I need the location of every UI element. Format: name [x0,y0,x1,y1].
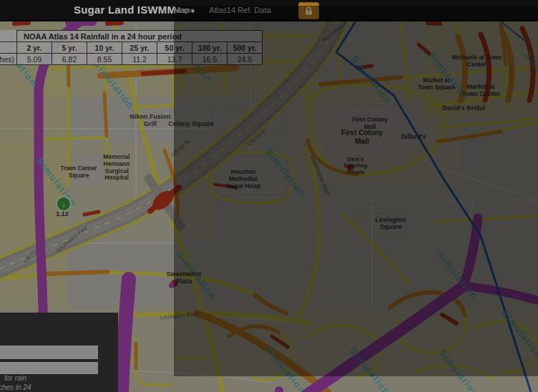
nav-item-home[interactable]: Home [174,6,195,14]
rainfall-value: 11.2 [122,54,157,65]
rainfall-col-header: 50 yr. [157,42,192,54]
rainfall-table-header-row: 2 yr.5 yr.10 yr.25 yr.50 yr.100 yr.500 y… [0,42,263,54]
simulation-input-2[interactable] [0,362,98,374]
panel-text-fragment-1: for rain [4,374,26,382]
rainfall-row-label: (inches) [0,54,17,65]
page-title: Sugar Land ISWMM [74,4,176,16]
rainfall-value: 16.5 [192,54,228,65]
down-arrow-marker[interactable]: ↓ [56,196,72,212]
rainfall-value: 5.09 [17,54,52,65]
rainfall-table-title: NOAA Atlas 14 Rainfall in a 24 hour peri… [17,31,263,42]
sweetwater-flood-blob2 [169,283,175,288]
rainfall-col-header: 100 yr. [192,42,228,54]
lock-button[interactable] [298,2,319,19]
panel-text-fragment-2: ches in 24 [0,383,31,391]
rainfall-col-header: 10 yr. [87,42,122,54]
lock-icon [304,6,313,16]
rainfall-value: 24.5 [228,54,263,65]
rainfall-table: NOAA Atlas 14 Rainfall in a 24 hour peri… [0,30,263,65]
simulation-input-1[interactable] [0,346,98,359]
simulation-panel: for rain ches in 24 [0,313,118,392]
rainfall-value: 13.7 [157,54,192,65]
rainfall-value: 6.82 [52,54,87,65]
rainfall-table-value-row: (inches) 5.096.828.5511.213.716.524.5 [0,54,263,65]
app-window: Sugar Land ISWMM Home Map▾ Atlas14 Ref. … [0,0,538,392]
rainfall-col-header: 5 yr. [52,42,87,54]
rainfall-col-header: 500 yr. [228,42,263,54]
map-canvas[interactable]: SimulationSimulationSimulationSimulation… [0,21,538,392]
rainfall-table-title-row: NOAA Atlas 14 Rainfall in a 24 hour peri… [0,31,263,42]
marker-value: 1.12 [56,210,69,217]
rainfall-col-header: 25 yr. [122,42,157,54]
rainfall-value: 8.55 [87,54,122,65]
main-nav: Home Map▾ Atlas14 Ref. Data [174,6,271,14]
nav-item-atlas14-ref-data[interactable]: Atlas14 Ref. Data [209,6,270,14]
rainfall-col-header: 2 yr. [17,42,52,54]
header-bar: Sugar Land ISWMM Home Map▾ Atlas14 Ref. … [0,0,538,21]
dicks-flood-blob [347,164,354,171]
